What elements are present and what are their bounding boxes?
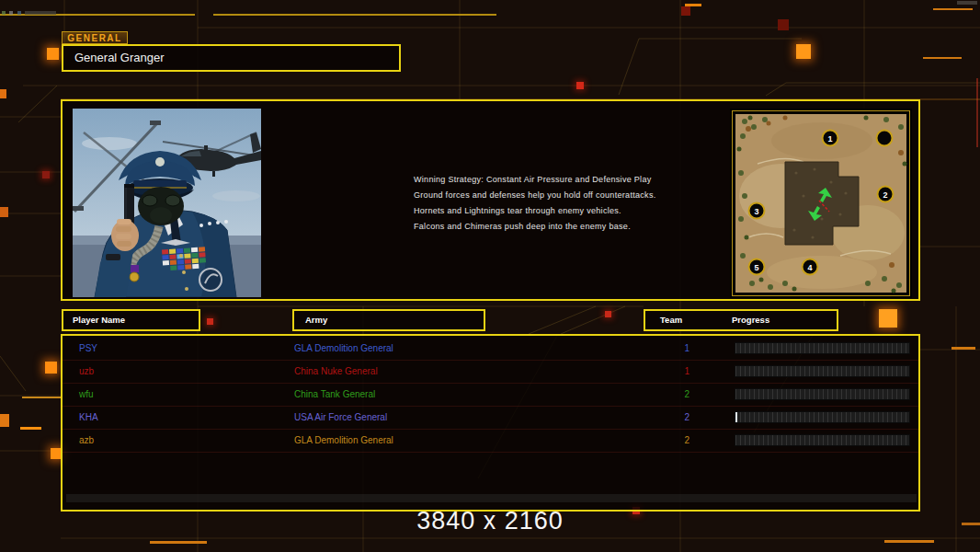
strategy-line: Hornets and Lightnings tear through enem… (414, 203, 656, 219)
accent-square (45, 362, 57, 374)
accent-dash (685, 4, 701, 6)
svg-text:4: 4 (807, 263, 812, 272)
header-player-name-label: Player Name (73, 311, 125, 329)
accent-square (0, 89, 6, 98)
strategy-line: Ground forces and defenses help you hold… (414, 188, 656, 203)
header-team-label: Team (660, 311, 682, 329)
accent-square (681, 6, 690, 16)
player-team-cell: 2 (667, 407, 689, 429)
player-team-cell: 1 (667, 361, 689, 383)
svg-text:1: 1 (827, 134, 832, 144)
accent-square (0, 207, 8, 217)
player-row: PSY GLA Demolition General 1 (63, 338, 918, 361)
accent-square (796, 44, 811, 59)
accent-square (0, 414, 9, 427)
header-progress-label: Progress (732, 311, 769, 329)
accent-square (576, 82, 584, 89)
general-name: General Granger (74, 46, 165, 70)
map-preview: 1 2 3 4 5 (730, 109, 912, 298)
player-army-cell: China Tank General (294, 384, 375, 406)
debug-overlay-left (2, 2, 56, 18)
player-row: uzb China Nuke General 1 (63, 361, 918, 384)
resolution-label: 3840 x 2160 (0, 507, 980, 535)
player-name-cell: uzb (79, 361, 94, 383)
player-progress-bar (735, 434, 910, 446)
player-army-cell: GLA Demolition General (294, 338, 393, 360)
player-name-cell: wfu (79, 384, 94, 406)
accent-square (605, 311, 611, 317)
accent-square (778, 19, 789, 30)
player-team-cell: 2 (667, 384, 689, 406)
player-name-cell: azb (79, 430, 94, 452)
strategy-line: Winning Strategy: Constant Air Pressure … (414, 172, 656, 188)
players-panel: PSY GLA Demolition General 1 uzb China N… (61, 334, 920, 512)
accent-dash (884, 540, 934, 543)
svg-text:2: 2 (883, 190, 887, 200)
header-army-label: Army (305, 311, 327, 329)
player-row: azb GLA Demolition General 2 (63, 430, 918, 453)
general-tag: GENERAL (62, 31, 128, 44)
player-name-cell: KHA (79, 407, 98, 429)
player-army-cell: GLA Demolition General (294, 430, 393, 452)
svg-text:3: 3 (754, 207, 758, 216)
player-progress-bar (735, 411, 910, 423)
player-progress-bar (735, 342, 910, 354)
accent-dash (952, 347, 975, 350)
accent-dash (22, 397, 63, 398)
accent-square (207, 318, 213, 325)
player-army-cell: China Nuke General (294, 361, 378, 383)
player-progress-fill (735, 412, 737, 422)
accent-square (879, 309, 897, 328)
player-row: KHA USA Air Force General 2 (63, 407, 918, 430)
general-portrait-image (73, 109, 261, 297)
strategy-line: Falcons and Chimeras push deep into the … (414, 219, 656, 235)
player-army-cell: USA Air Force General (294, 407, 387, 429)
loading-screen: GENERAL General Granger (0, 0, 980, 552)
accent-dash (20, 427, 41, 430)
player-progress-bar (735, 388, 910, 400)
header-player-name: Player Name (62, 309, 200, 331)
player-team-cell: 2 (667, 430, 689, 452)
header-team-progress: Team Progress (644, 309, 838, 331)
debug-overlay-right (957, 1, 977, 5)
player-row: wfu China Tank General 2 (63, 384, 918, 407)
general-info-panel: Winning Strategy: Constant Air Pressure … (61, 99, 920, 301)
svg-text:5: 5 (754, 263, 758, 272)
player-name-cell: PSY (79, 338, 97, 360)
panel-bottom-strip (66, 494, 917, 502)
players-rows: PSY GLA Demolition General 1 uzb China N… (63, 338, 918, 453)
accent-dash (150, 541, 207, 544)
accent-square (47, 48, 59, 60)
general-name-box: General Granger (62, 44, 401, 72)
player-team-cell: 1 (667, 338, 689, 360)
player-progress-bar (735, 365, 910, 377)
accent-square (42, 171, 50, 178)
header-army: Army (292, 309, 485, 331)
strategy-text: Winning Strategy: Constant Air Pressure … (414, 172, 656, 235)
